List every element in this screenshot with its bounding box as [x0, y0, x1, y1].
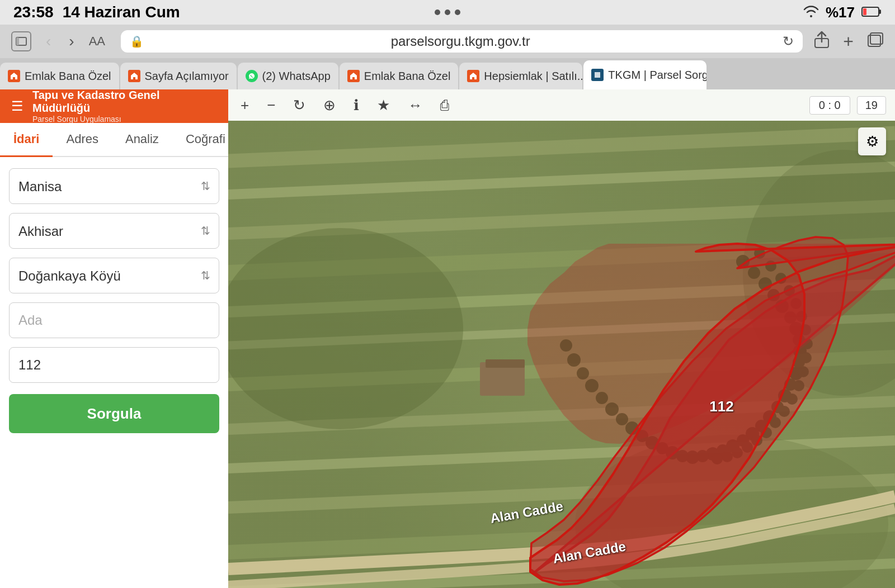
- zoom-in-button[interactable]: +: [237, 94, 252, 116]
- hamburger-icon[interactable]: ☰: [11, 98, 23, 114]
- map-svg: 112 Alan Cadde Alan Cadde 0.38277499: [228, 121, 895, 588]
- map-refresh-button[interactable]: ↻: [290, 94, 309, 116]
- dot2: [445, 10, 450, 15]
- status-left: 23:58 14 Haziran Cum: [13, 3, 180, 21]
- app-title-block: Tapu ve Kadastro Genel Müdürlüğü Parsel …: [32, 89, 217, 124]
- sidebar-button[interactable]: [11, 31, 31, 51]
- tab-whatsapp-label: (2) WhatsApp: [262, 70, 331, 83]
- time: 23:58: [13, 3, 54, 21]
- map-area[interactable]: + − ↻ ⊕ ℹ ★ ↔ ⎙ 0 : 0 19 ⚙: [228, 89, 895, 588]
- browser-toolbar: ‹ › AA 🔒 parselsorgu.tkgm.gov.tr ↻ +: [0, 25, 895, 58]
- forward-button[interactable]: ›: [65, 32, 77, 50]
- map-coords: 0 : 0 19: [809, 96, 886, 115]
- mahalle-select-wrapper: Doğankaya Köyü ⇅: [9, 258, 219, 293]
- app-subtitle: Parsel Sorgu Uygulaması: [32, 115, 217, 124]
- browser-actions: +: [814, 31, 884, 53]
- il-select-wrapper: Manisa ⇅: [9, 168, 219, 204]
- svg-rect-1: [879, 10, 881, 14]
- crosshair-button[interactable]: ⊕: [320, 94, 339, 116]
- tab-adres[interactable]: Adres: [53, 123, 111, 157]
- tab-tkgm-label: TKGM | Parsel Sorg...: [608, 69, 706, 82]
- svg-rect-2: [863, 8, 866, 15]
- svg-rect-84: [486, 359, 525, 368]
- url-text: parselsorgu.tkgm.gov.tr: [149, 34, 771, 49]
- tab-sayfa[interactable]: Sayfa Açılamıyor: [120, 63, 237, 89]
- info-button[interactable]: ℹ: [350, 94, 362, 116]
- print-button[interactable]: ⎙: [437, 94, 453, 116]
- tab-sayfa-label: Sayfa Açılamıyor: [145, 70, 229, 83]
- sorgula-button[interactable]: Sorgula: [9, 394, 219, 433]
- status-right: %17: [803, 4, 882, 21]
- parsel-input[interactable]: [9, 347, 219, 383]
- date: 14 Haziran Cum: [63, 3, 180, 21]
- form-area: Manisa ⇅ Akhisar ⇅ Doğankaya Köyü ⇅ Sorg…: [0, 157, 228, 444]
- svg-rect-4: [16, 37, 19, 45]
- zoom-out-button[interactable]: −: [263, 94, 279, 116]
- tab-tkgm[interactable]: TKGM | Parsel Sorg...: [583, 60, 706, 89]
- text-size-button[interactable]: AA: [89, 34, 105, 49]
- ada-input[interactable]: [9, 302, 219, 338]
- coordinates-display: 0 : 0: [809, 96, 850, 115]
- dot3: [455, 10, 460, 15]
- tab-emlak2-label: Emlak Bana Özel: [364, 70, 451, 83]
- battery-icon: [861, 4, 882, 21]
- app-header: ☰ Tapu ve Kadastro Genel Müdürlüğü Parse…: [0, 89, 228, 123]
- nav-tabs: İdari Adres Analiz Coğrafi: [0, 123, 228, 157]
- tab-whatsapp[interactable]: (2) WhatsApp: [238, 63, 338, 89]
- status-dots: [435, 10, 460, 15]
- map-toolbar: + − ↻ ⊕ ℹ ★ ↔ ⎙ 0 : 0 19: [228, 89, 895, 121]
- wifi-icon: [803, 4, 819, 21]
- svg-point-24: [228, 228, 463, 429]
- add-tab-icon[interactable]: +: [843, 31, 854, 52]
- ilce-select-wrapper: Akhisar ⇅: [9, 213, 219, 249]
- pan-button[interactable]: ↔: [404, 94, 426, 116]
- tab-hepsiemlak-label: Hepsiemlak | Satılı...: [484, 70, 582, 83]
- tab-analiz[interactable]: Analiz: [112, 123, 172, 157]
- main-container: ☰ Tapu ve Kadastro Genel Müdürlüğü Parse…: [0, 89, 895, 588]
- tab-emlak1-label: Emlak Bana Özel: [25, 70, 111, 83]
- il-select[interactable]: Manisa: [9, 168, 219, 204]
- app-title: Tapu ve Kadastro Genel Müdürlüğü: [32, 89, 217, 115]
- tabs-icon[interactable]: [867, 32, 884, 51]
- battery-percent: %17: [826, 4, 855, 21]
- tabs-bar: Emlak Bana Özel Sayfa Açılamıyor (2) Wha…: [0, 58, 895, 89]
- mahalle-select[interactable]: Doğankaya Köyü: [9, 258, 219, 293]
- lock-icon: 🔒: [130, 35, 144, 48]
- svg-text:112: 112: [709, 398, 733, 415]
- tab-hepsiemlak[interactable]: Hepsiemlak | Satılı... ✕: [459, 63, 582, 89]
- settings-button[interactable]: ⚙: [858, 127, 886, 155]
- tab-idari[interactable]: İdari: [0, 123, 53, 157]
- dot1: [435, 10, 440, 15]
- settings-icon: ⚙: [866, 133, 879, 150]
- left-panel: ☰ Tapu ve Kadastro Genel Müdürlüğü Parse…: [0, 89, 228, 588]
- ilce-select[interactable]: Akhisar: [9, 213, 219, 249]
- back-button[interactable]: ‹: [43, 32, 54, 50]
- address-bar[interactable]: 🔒 parselsorgu.tkgm.gov.tr ↻: [121, 30, 803, 53]
- status-bar: 23:58 14 Haziran Cum %17: [0, 0, 895, 25]
- tab-emlak1[interactable]: Emlak Bana Özel: [0, 63, 119, 89]
- zoom-level-display: 19: [857, 96, 886, 115]
- bookmark-button[interactable]: ★: [374, 94, 393, 116]
- tab-emlak2[interactable]: Emlak Bana Özel: [340, 63, 459, 89]
- refresh-button[interactable]: ↻: [783, 34, 794, 49]
- share-icon[interactable]: [814, 31, 830, 53]
